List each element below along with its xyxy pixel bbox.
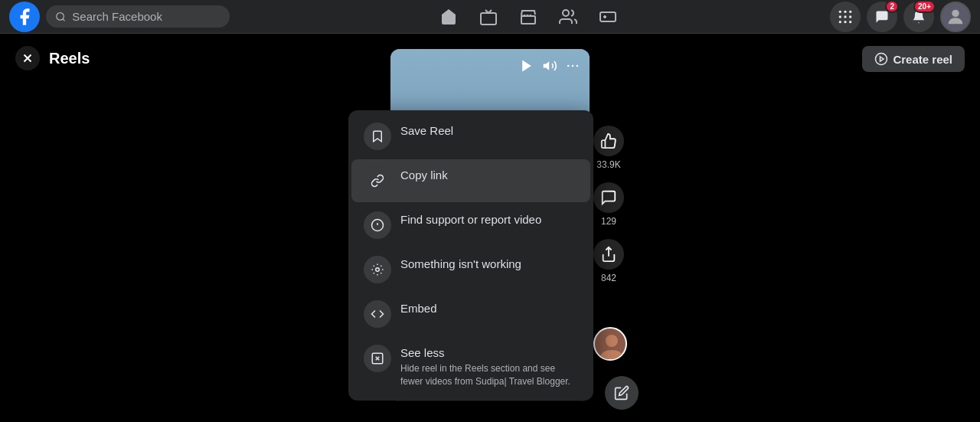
svg-point-5: [839, 10, 841, 12]
reels-header: Reels: [15, 46, 90, 70]
see-less-label: See less: [400, 345, 578, 361]
share-count: 842: [601, 273, 616, 283]
facebook-logo[interactable]: [9, 2, 40, 32]
like-icon-circle: [593, 126, 624, 156]
video-controls: [519, 58, 580, 77]
svg-point-35: [577, 65, 579, 67]
save-reel-label: Save Reel: [400, 123, 578, 139]
reels-title: Reels: [49, 50, 90, 67]
see-less-sublabel: Hide reel in the Reels section and see f…: [400, 362, 578, 388]
like-count: 33.9K: [596, 159, 620, 170]
top-navigation: 2 20+: [0, 0, 980, 34]
nav-friends-button[interactable]: [550, 3, 586, 31]
action-buttons: 33.9K 129 842: [593, 126, 624, 283]
page-body: Reels Create reel: [0, 34, 980, 422]
svg-point-14: [952, 9, 959, 16]
svg-rect-1: [481, 13, 496, 25]
share-icon-circle: [593, 239, 624, 270]
context-menu: Save Reel Copy link Find support or repo…: [348, 110, 593, 401]
report-text: Find support or report video: [400, 211, 578, 227]
close-reels-button[interactable]: [15, 46, 40, 70]
copy-link-label: Copy link: [400, 167, 578, 183]
nav-right: 2 20+: [787, 2, 971, 32]
report-label: Find support or report video: [400, 211, 578, 227]
svg-point-11: [839, 21, 841, 23]
svg-point-10: [849, 15, 851, 18]
svg-marker-18: [880, 57, 884, 61]
like-button[interactable]: 33.9K: [593, 126, 624, 170]
nav-gaming-button[interactable]: [590, 3, 626, 31]
svg-marker-32: [544, 61, 550, 70]
svg-rect-2: [521, 16, 535, 24]
nav-watch-button[interactable]: [470, 3, 507, 31]
see-less-text: See less Hide reel in the Reels section …: [400, 345, 578, 388]
notifications-button[interactable]: 20+: [903, 2, 934, 32]
embed-text: Embed: [400, 300, 578, 316]
copy-link-text: Copy link: [400, 167, 578, 183]
play-button[interactable]: [519, 58, 534, 77]
reel-creator-avatar[interactable]: [593, 327, 627, 361]
volume-button[interactable]: [542, 58, 557, 77]
messenger-badge: 2: [885, 0, 899, 13]
not-working-text: Something isn't working: [400, 256, 578, 272]
nav-home-button[interactable]: [430, 3, 467, 31]
comment-count: 129: [601, 216, 616, 227]
svg-marker-31: [522, 61, 531, 72]
user-avatar-nav[interactable]: [940, 2, 971, 32]
svg-point-3: [563, 10, 569, 16]
svg-point-6: [844, 10, 846, 12]
messenger-button[interactable]: 2: [867, 2, 897, 32]
search-icon: [55, 11, 66, 23]
svg-point-17: [876, 54, 887, 65]
edit-button[interactable]: [605, 376, 639, 410]
save-reel-icon: [364, 123, 391, 150]
svg-point-0: [57, 12, 64, 20]
nav-center: [270, 3, 787, 31]
svg-point-7: [849, 10, 851, 12]
more-options-button[interactable]: [565, 58, 580, 77]
apps-button[interactable]: [830, 2, 861, 32]
menu-item-see-less[interactable]: See less Hide reel in the Reels section …: [351, 337, 590, 396]
svg-point-9: [844, 15, 846, 18]
svg-point-38: [601, 350, 622, 361]
nav-left: [9, 2, 270, 32]
menu-item-report[interactable]: Find support or report video: [351, 204, 590, 247]
svg-point-12: [844, 21, 846, 23]
save-reel-text: Save Reel: [400, 123, 578, 139]
svg-point-37: [606, 335, 618, 347]
report-icon: [364, 211, 391, 239]
menu-item-copy-link[interactable]: Copy link: [351, 159, 590, 202]
not-working-icon: [364, 256, 391, 283]
notifications-badge: 20+: [913, 0, 936, 13]
share-button[interactable]: 842: [593, 239, 624, 283]
menu-item-not-working[interactable]: Something isn't working: [351, 248, 590, 291]
svg-point-8: [839, 15, 841, 18]
svg-point-34: [572, 65, 574, 67]
menu-item-save-reel[interactable]: Save Reel: [351, 115, 590, 158]
not-working-label: Something isn't working: [400, 256, 578, 272]
search-input[interactable]: [72, 10, 220, 23]
menu-item-embed[interactable]: Embed: [351, 293, 590, 335]
comment-icon-circle: [593, 182, 624, 213]
embed-label: Embed: [400, 300, 578, 316]
embed-icon: [364, 300, 391, 328]
search-bar[interactable]: [46, 5, 230, 28]
svg-point-13: [849, 21, 851, 23]
comment-button[interactable]: 129: [593, 182, 624, 227]
nav-marketplace-button[interactable]: [510, 3, 547, 31]
see-less-icon: [364, 345, 391, 372]
svg-point-33: [567, 65, 570, 67]
svg-point-42: [376, 268, 380, 272]
copy-link-icon: [364, 167, 391, 195]
create-reel-button[interactable]: Create reel: [862, 46, 965, 72]
